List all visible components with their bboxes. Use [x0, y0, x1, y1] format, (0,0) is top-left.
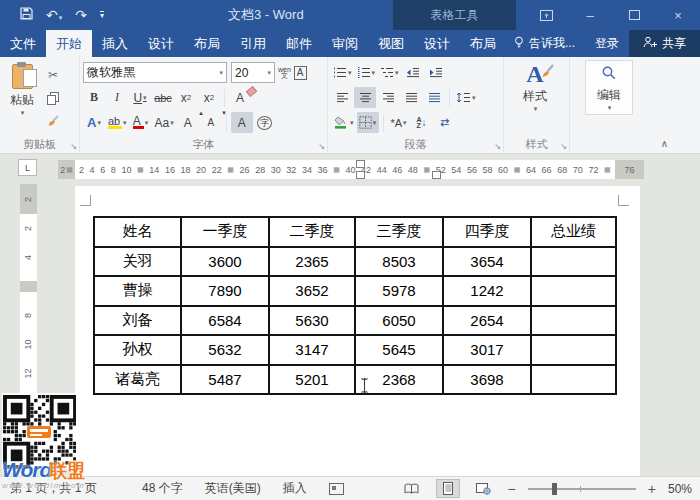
superscript-button[interactable]: x2	[198, 87, 220, 108]
horizontal-ruler[interactable]: 2▦ 246810▦1416182022▦262830323436▦404244…	[58, 160, 644, 179]
maximize-icon[interactable]	[612, 0, 656, 30]
header-cell-1[interactable]: 一季度	[181, 217, 269, 247]
text-effects-icon[interactable]: A▾	[83, 112, 105, 133]
cell-r5-c0[interactable]: 诸葛亮	[94, 365, 181, 395]
highlight-color-icon[interactable]: ab▾	[106, 112, 129, 133]
cell-r5-c4[interactable]: 3698	[443, 365, 531, 395]
cell-r2-c2[interactable]: 3652	[269, 276, 355, 306]
right-indent-marker[interactable]	[432, 171, 441, 179]
tab-8[interactable]: 视图	[368, 30, 414, 57]
save-icon[interactable]	[20, 6, 33, 24]
increase-indent-icon[interactable]	[425, 62, 447, 83]
show-marks-button[interactable]: ⇄	[434, 112, 456, 133]
tab-stop-selector[interactable]: L	[18, 159, 37, 176]
character-border-icon[interactable]: A	[294, 66, 307, 80]
header-cell-4[interactable]: 四季度	[443, 217, 531, 247]
clipboard-dialog-launcher-icon[interactable]: ↘	[70, 142, 77, 151]
change-case-button[interactable]: Aa▾	[153, 112, 176, 133]
zoom-level[interactable]: 50%	[668, 482, 692, 496]
align-center-button[interactable]	[354, 87, 376, 108]
cell-r1-c5[interactable]	[531, 247, 616, 277]
share-button[interactable]: 共享	[629, 30, 700, 57]
cell-r2-c1[interactable]: 7890	[181, 276, 269, 306]
clear-formatting-icon[interactable]: A	[229, 87, 251, 108]
numbering-button[interactable]: ▾	[355, 62, 378, 83]
header-cell-0[interactable]: 姓名	[94, 217, 181, 247]
header-cell-2[interactable]: 二季度	[269, 217, 355, 247]
zoom-in-icon[interactable]: +	[648, 481, 656, 497]
cell-r4-c0[interactable]: 孙权	[94, 335, 181, 365]
multilevel-list-button[interactable]: ▾	[378, 62, 401, 83]
zoom-out-icon[interactable]: −	[508, 481, 516, 497]
cell-r5-c5[interactable]	[531, 365, 616, 395]
asian-layout-button[interactable]: *A▾	[388, 112, 410, 133]
sales-table[interactable]: 姓名一季度二季度三季度四季度总业绩关羽3600236585033654曹操789…	[93, 216, 617, 395]
phonetic-guide-icon[interactable]: wén 文	[276, 67, 293, 79]
subscript-button[interactable]: x2	[175, 87, 197, 108]
cell-r1-c2[interactable]: 2365	[269, 247, 355, 277]
cell-r1-c0[interactable]: 关羽	[94, 247, 181, 277]
cell-r4-c5[interactable]	[531, 335, 616, 365]
redo-button[interactable]: ↷	[75, 0, 87, 30]
underline-button[interactable]: U▾	[129, 87, 151, 108]
justify-button[interactable]	[400, 87, 422, 108]
sort-button[interactable]: AZ ↓	[411, 112, 433, 133]
styles-dialog-launcher-icon[interactable]: ↘	[560, 142, 567, 151]
strikethrough-button[interactable]: abc	[152, 87, 174, 108]
editing-button[interactable]: 编辑 ▾	[585, 60, 633, 115]
cell-r5-c1[interactable]: 5487	[181, 365, 269, 395]
collapse-ribbon-icon[interactable]: ∧	[661, 138, 668, 149]
styles-button[interactable]: A 样式 ▾	[507, 60, 563, 113]
cell-r4-c4[interactable]: 3017	[443, 335, 531, 365]
align-left-button[interactable]	[331, 87, 353, 108]
font-name-combo[interactable]: 微软雅黑▾	[83, 62, 227, 83]
bullets-button[interactable]: ▾	[331, 62, 354, 83]
cell-r1-c1[interactable]: 3600	[181, 247, 269, 277]
cell-r1-c4[interactable]: 3654	[443, 247, 531, 277]
bold-button[interactable]: B	[83, 87, 105, 108]
cell-r2-c0[interactable]: 曹操	[94, 276, 181, 306]
tab-7[interactable]: 审阅	[322, 30, 368, 57]
zoom-slider-thumb[interactable]	[552, 483, 557, 495]
cell-r5-c2[interactable]: 5201	[269, 365, 355, 395]
header-cell-5[interactable]: 总业绩	[531, 217, 616, 247]
cell-r2-c4[interactable]: 1242	[443, 276, 531, 306]
minimize-icon[interactable]: –	[568, 0, 612, 30]
web-layout-icon[interactable]	[472, 479, 496, 498]
cell-r3-c2[interactable]: 5630	[269, 306, 355, 336]
read-mode-icon[interactable]	[400, 479, 424, 498]
tab-10[interactable]: 布局	[460, 30, 506, 57]
cell-r1-c3[interactable]: 8503	[355, 247, 443, 277]
cell-r2-c5[interactable]	[531, 276, 616, 306]
cell-r2-c3[interactable]: 5978	[355, 276, 443, 306]
ribbon-display-options-icon[interactable]	[524, 0, 568, 30]
first-line-indent-marker[interactable]	[356, 160, 365, 168]
enclose-characters-button[interactable]: 字	[254, 112, 276, 133]
cell-r3-c4[interactable]: 2654	[443, 306, 531, 336]
font-color-icon[interactable]: A▾	[130, 112, 152, 133]
align-right-button[interactable]	[377, 87, 399, 108]
tab-3[interactable]: 设计	[138, 30, 184, 57]
cell-r4-c3[interactable]: 5645	[355, 335, 443, 365]
insert-mode-indicator[interactable]: 插入	[283, 480, 307, 497]
sign-in-button[interactable]: 登录	[585, 35, 629, 52]
paste-button[interactable]: 粘贴 ▾	[3, 60, 41, 137]
shrink-font-button[interactable]: A▾	[200, 112, 222, 133]
tab-9[interactable]: 设计	[414, 30, 460, 57]
paragraph-dialog-launcher-icon[interactable]: ↘	[494, 142, 501, 151]
tab-0[interactable]: 文件	[0, 30, 46, 57]
font-size-combo[interactable]: 20▾	[231, 62, 275, 83]
tab-6[interactable]: 邮件	[276, 30, 322, 57]
cell-r3-c5[interactable]	[531, 306, 616, 336]
distribute-text-button[interactable]	[423, 87, 445, 108]
cell-r3-c3[interactable]: 6050	[355, 306, 443, 336]
zoom-slider[interactable]	[528, 488, 636, 490]
header-cell-3[interactable]: 三季度	[355, 217, 443, 247]
grow-font-button[interactable]: A▴	[177, 112, 199, 133]
customize-qat-button[interactable]: ▾	[100, 11, 104, 19]
tab-4[interactable]: 布局	[184, 30, 230, 57]
format-painter-icon[interactable]	[41, 111, 65, 131]
decrease-indent-icon[interactable]	[402, 62, 424, 83]
tab-1-active[interactable]: 开始	[46, 30, 92, 57]
font-dialog-launcher-icon[interactable]: ↘	[318, 142, 325, 151]
